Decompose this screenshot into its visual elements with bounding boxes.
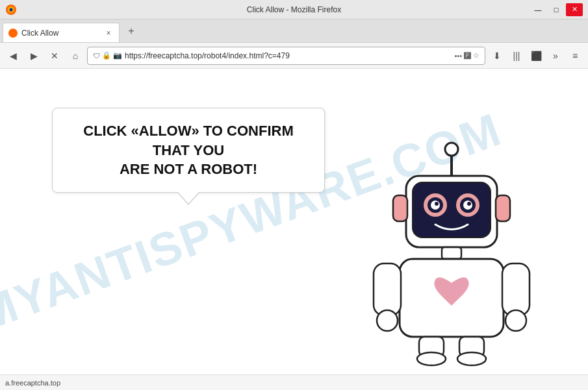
navbar: ◀ ▶ ✕ ⌂ 🛡 🔒 📷 https://freecaptcha.top/ro… bbox=[0, 43, 588, 69]
svg-point-21 bbox=[377, 310, 398, 331]
home-button[interactable]: ⌂ bbox=[66, 47, 84, 65]
active-tab[interactable]: Click Allow × bbox=[3, 23, 120, 42]
svg-point-4 bbox=[445, 143, 458, 156]
svg-point-26 bbox=[457, 352, 486, 365]
bubble-text: CLICK «ALLOW» TO CONFIRM THAT YOU ARE NO… bbox=[68, 121, 309, 179]
synced-tabs-button[interactable]: ⬛ bbox=[527, 47, 545, 65]
maximize-button[interactable]: □ bbox=[548, 3, 565, 16]
svg-point-13 bbox=[435, 202, 439, 206]
url-security-icons: 🛡 🔒 📷 bbox=[93, 51, 122, 60]
back-button[interactable]: ◀ bbox=[4, 47, 22, 65]
tabbar: Click Allow × + bbox=[0, 19, 588, 43]
download-button[interactable]: ⬇ bbox=[488, 47, 506, 65]
svg-point-22 bbox=[505, 310, 526, 331]
titlebar-left bbox=[5, 4, 17, 16]
firefox-icon bbox=[5, 4, 17, 16]
pocket-icon: 🅿 bbox=[464, 52, 471, 60]
bubble-line2: ARE NOT A ROBOT! bbox=[68, 160, 309, 179]
robot-svg bbox=[354, 140, 549, 367]
forward-button[interactable]: ▶ bbox=[25, 47, 43, 65]
page-content: MYANTISPYWARE.COM CLICK «ALLOW» TO CONFI… bbox=[0, 69, 588, 374]
new-tab-button[interactable]: + bbox=[122, 22, 140, 40]
url-text: https://freecaptcha.top/robot4/index.htm… bbox=[125, 51, 452, 60]
url-bar-right: ••• 🅿 ☆ bbox=[454, 51, 479, 60]
shield-icon: 🛡 bbox=[93, 52, 100, 60]
svg-rect-15 bbox=[393, 195, 407, 221]
url-bar[interactable]: 🛡 🔒 📷 https://freecaptcha.top/robot4/ind… bbox=[87, 47, 485, 65]
svg-rect-19 bbox=[374, 263, 401, 315]
extensions-button[interactable]: » bbox=[546, 47, 565, 65]
close-button[interactable]: ✕ bbox=[566, 3, 583, 16]
bubble-line1: CLICK «ALLOW» TO CONFIRM THAT YOU bbox=[68, 121, 309, 160]
svg-point-25 bbox=[417, 352, 446, 365]
statusbar-url: a.freecaptcha.top bbox=[5, 379, 60, 387]
bookmark-star-icon[interactable]: ☆ bbox=[473, 51, 479, 60]
robot-illustration bbox=[354, 140, 575, 374]
lock-icon: 🔒 bbox=[102, 51, 111, 60]
tab-favicon bbox=[8, 29, 18, 38]
svg-point-14 bbox=[467, 202, 471, 206]
screenshot-icon: 📷 bbox=[113, 51, 122, 60]
svg-rect-17 bbox=[442, 247, 461, 259]
titlebar-controls: — □ ✕ bbox=[530, 3, 583, 16]
tab-close-button[interactable]: × bbox=[103, 28, 114, 38]
minimize-button[interactable]: — bbox=[530, 3, 546, 16]
library-button[interactable]: ||| bbox=[507, 47, 526, 65]
svg-rect-16 bbox=[496, 195, 510, 221]
svg-rect-20 bbox=[502, 263, 530, 315]
titlebar: Click Allow - Mozilla Firefox — □ ✕ bbox=[0, 0, 588, 19]
statusbar: a.freecaptcha.top bbox=[0, 374, 588, 390]
svg-point-2 bbox=[10, 8, 13, 11]
stop-button[interactable]: ✕ bbox=[45, 47, 64, 65]
more-url-icon[interactable]: ••• bbox=[454, 52, 462, 60]
speech-bubble: CLICK «ALLOW» TO CONFIRM THAT YOU ARE NO… bbox=[52, 108, 325, 193]
toolbar-right: ⬇ ||| ⬛ » ≡ bbox=[488, 47, 584, 65]
menu-button[interactable]: ≡ bbox=[566, 47, 584, 65]
tab-label: Click Allow bbox=[21, 29, 99, 38]
titlebar-title: Click Allow - Mozilla Firefox bbox=[247, 5, 341, 14]
